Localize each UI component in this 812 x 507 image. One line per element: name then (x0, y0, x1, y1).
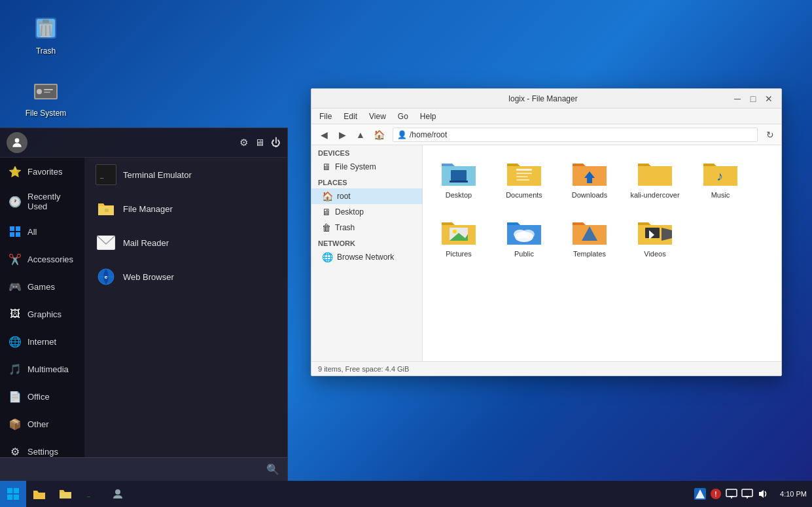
desktop-folder-label: Desktop (446, 191, 472, 199)
forward-button[interactable]: ▶ (334, 126, 351, 143)
taskbar-filemgr-button[interactable] (52, 481, 79, 507)
svg-rect-48 (7, 495, 12, 500)
folder-templates[interactable]: Templates (560, 211, 619, 263)
search-input[interactable] (0, 458, 258, 481)
taskbar-user-button[interactable] (105, 481, 131, 507)
file-manager-titlebar: logix - File Manager ─ □ ✕ (311, 89, 781, 109)
right-item-webbrowser[interactable]: e Web Browser (85, 260, 287, 294)
file-manager-content: Desktop Documents (423, 145, 781, 361)
refresh-button[interactable]: ↻ (763, 128, 777, 142)
power-header-icon[interactable]: ⏻ (271, 137, 281, 149)
sidebar-item-office[interactable]: 📄 Office (0, 383, 84, 410)
network-sidebar-icon: 🌐 (322, 252, 333, 262)
address-bar[interactable]: 👤 /home/root (393, 128, 758, 142)
mailreader-label: Mail Reader (123, 238, 169, 248)
taskbar-clock[interactable]: 4:10 PM (775, 490, 812, 498)
folder-desktop[interactable]: Desktop (429, 152, 488, 204)
webbrowser-icon: e (96, 266, 116, 287)
taskbar-terminal-button[interactable]: _ (79, 481, 105, 507)
office-icon: 📄 (8, 389, 22, 404)
downloads-folder-icon (571, 157, 608, 188)
svg-text:_: _ (100, 172, 104, 179)
fm-minimize-button[interactable]: ─ (730, 92, 745, 106)
sidebar-item-settings[interactable]: ⚙ Settings (0, 438, 84, 457)
menu-file[interactable]: File (314, 111, 337, 122)
sidebar-item-recently-used[interactable]: 🕐 Recently Used (0, 185, 84, 218)
sidebar-item-trash[interactable]: 🗑 Trash (311, 220, 422, 236)
sidebar-item-other[interactable]: 📦 Other (0, 410, 84, 438)
folder-public[interactable]: Public (495, 211, 554, 263)
taskbar-folder-button[interactable] (26, 481, 52, 507)
network-header: NETWORK (311, 236, 422, 249)
folder-downloads[interactable]: Downloads (560, 152, 619, 204)
trash-sidebar-label: Trash (335, 223, 355, 232)
svg-rect-46 (7, 488, 12, 493)
home-button[interactable]: 🏠 (370, 126, 387, 143)
start-button[interactable] (0, 481, 26, 507)
sidebar-item-graphics[interactable]: 🖼 Graphics (0, 300, 84, 328)
search-icon[interactable]: 🔍 (258, 458, 287, 481)
back-button[interactable]: ◀ (315, 126, 332, 143)
sidebar-item-favorites[interactable]: ⭐ Favorites (0, 158, 84, 185)
menu-view[interactable]: View (364, 111, 391, 122)
music-folder-icon: ♪ (702, 157, 739, 188)
right-item-terminal[interactable]: _ Terminal Emulator (85, 158, 287, 192)
sidebar-item-multimedia[interactable]: 🎵 Multimedia (0, 355, 84, 383)
fm-close-button[interactable]: ✕ (762, 92, 776, 106)
up-button[interactable]: ▲ (352, 126, 369, 143)
menu-go[interactable]: Go (393, 111, 414, 122)
file-manager-title: logix - File Manager (356, 94, 730, 103)
svg-rect-12 (44, 92, 50, 93)
menu-edit[interactable]: Edit (338, 111, 362, 122)
folder-pictures[interactable]: Pictures (429, 211, 488, 263)
sidebar-item-all[interactable]: All (0, 218, 84, 245)
settings-label: Settings (27, 447, 58, 457)
downloads-folder-label: Downloads (572, 191, 607, 199)
desktop-icon-trash[interactable]: Trash (20, 10, 72, 58)
folder-videos[interactable]: Videos (626, 211, 684, 263)
network-tray-icon[interactable] (741, 487, 754, 500)
taskbar-tray: ! (688, 487, 775, 500)
sidebar-item-internet[interactable]: 🌐 Internet (0, 328, 84, 355)
recently-used-label: Recently Used (27, 192, 77, 211)
right-item-filemanager[interactable]: File Manager (85, 192, 287, 226)
sidebar-item-desktop[interactable]: 🖥 Desktop (311, 204, 422, 220)
other-icon: 📦 (8, 417, 22, 431)
sidebar-item-games[interactable]: 🎮 Games (0, 273, 84, 300)
desktop-icon-filesystem[interactable]: File System (20, 72, 72, 120)
kali-tray-icon[interactable] (694, 487, 707, 500)
svg-text:_: _ (87, 491, 90, 497)
user-avatar[interactable] (7, 132, 27, 153)
desktop-icon-filesystem-label: File System (26, 109, 67, 118)
sidebar-item-filesystem[interactable]: 🖥 File System (311, 159, 422, 175)
svg-rect-31 (516, 176, 528, 177)
folder-kali[interactable]: kali-undercover (626, 152, 684, 204)
right-item-mailreader[interactable]: Mail Reader (85, 226, 287, 260)
settings-icon: ⚙ (8, 444, 22, 457)
svg-rect-57 (726, 489, 737, 497)
sidebar-item-browse-network[interactable]: 🌐 Browse Network (311, 249, 422, 265)
sidebar-item-accessories[interactable]: ✂️ Accessories (0, 245, 84, 273)
display-tray-icon[interactable] (725, 487, 738, 500)
svg-line-7 (50, 26, 50, 36)
music-folder-label: Music (711, 191, 730, 199)
menu-help[interactable]: Help (415, 111, 442, 122)
security-tray-icon[interactable]: ! (709, 487, 722, 500)
fm-maximize-button[interactable]: □ (746, 92, 760, 106)
mailreader-icon (96, 232, 116, 253)
games-label: Games (27, 282, 55, 292)
svg-rect-47 (14, 488, 19, 493)
svg-line-5 (41, 26, 42, 36)
folder-documents[interactable]: Documents (495, 152, 554, 204)
settings-header-icon[interactable]: ⚙ (239, 137, 248, 149)
videos-folder-icon (637, 216, 673, 247)
accessories-label: Accessories (27, 254, 73, 264)
user-icon-address: 👤 (397, 130, 407, 139)
folder-music[interactable]: ♪ Music (691, 152, 750, 204)
all-label: All (27, 227, 37, 237)
volume-tray-icon[interactable] (756, 487, 769, 500)
svg-rect-20 (105, 209, 109, 212)
sidebar-item-home[interactable]: 🏠 root (311, 188, 422, 204)
display-header-icon[interactable]: 🖥 (255, 137, 264, 149)
start-menu-body: ⭐ Favorites 🕐 Recently Used All ✂️ Acces… (0, 158, 287, 457)
